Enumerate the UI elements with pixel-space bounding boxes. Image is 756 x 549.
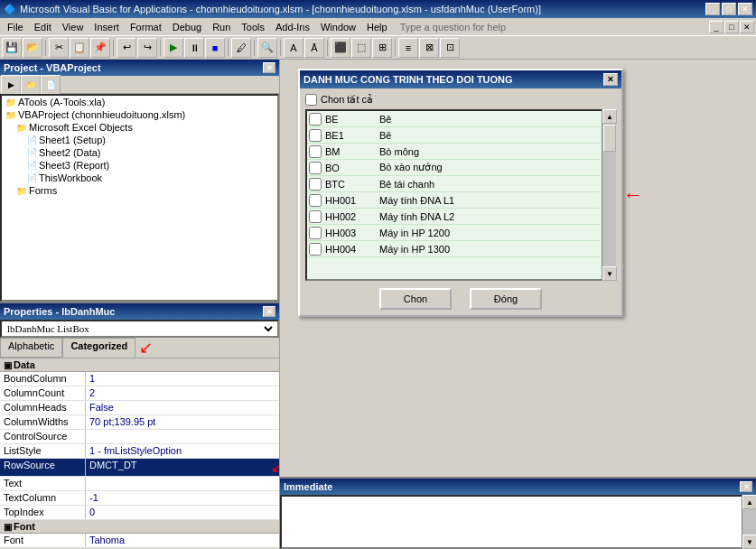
list-item-hh002[interactable]: HH002 Máy tính ĐNA L2	[307, 209, 600, 225]
prop-val-controlsource[interactable]	[86, 430, 279, 443]
menu-run[interactable]: Run	[207, 20, 236, 34]
help-search-box[interactable]: Type a question for help	[393, 22, 709, 33]
project-panel-close[interactable]: ✕	[263, 62, 275, 73]
scroll-thumb[interactable]	[603, 125, 616, 152]
tree-item-atools[interactable]: 📁 ATools (A-Tools.xla)	[2, 96, 277, 108]
project-tree[interactable]: 📁 ATools (A-Tools.xla) 📁 VBAProject (cho…	[0, 94, 279, 302]
tree-item-sheet3[interactable]: 📄 Sheet3 (Report)	[2, 159, 277, 172]
tb-cut[interactable]: ✂	[49, 38, 69, 58]
check-all-checkbox[interactable]	[305, 94, 317, 106]
scroll-up-btn[interactable]: ▲	[602, 109, 617, 124]
prop-val-font[interactable]: Tahoma	[86, 534, 279, 547]
list-item-hh001[interactable]: HH001 Máy tính ĐNA L1	[307, 192, 600, 209]
tb-copy[interactable]: 📋	[70, 38, 89, 58]
close-btn-2[interactable]: ✕	[740, 21, 754, 33]
checkbox-be[interactable]	[309, 113, 322, 126]
checkbox-hh004[interactable]	[309, 243, 322, 256]
scroll-down-btn[interactable]: ▼	[602, 266, 617, 281]
tb-open[interactable]: 📂	[23, 38, 42, 58]
tb-pause[interactable]: ⏸	[184, 38, 204, 58]
list-item-bo[interactable]: BO Bò xào nướng	[307, 160, 600, 176]
list-item-bm[interactable]: BM Bò mông	[307, 144, 600, 160]
properties-object[interactable]: lbDanhMuc ListBox	[0, 320, 279, 338]
menu-view[interactable]: View	[57, 20, 89, 34]
checkbox-bm[interactable]	[309, 145, 322, 158]
tb-a1[interactable]: A	[284, 38, 303, 58]
menu-debug[interactable]: Debug	[167, 20, 207, 34]
immediate-close-btn[interactable]: ✕	[740, 481, 752, 492]
tab-categorized[interactable]: Categorized	[62, 338, 135, 358]
dialog-listbox[interactable]: BE Bê BE1 Bê BM Bò mông	[305, 109, 616, 281]
checkbox-btc[interactable]	[309, 178, 322, 191]
list-item-be[interactable]: BE Bê	[307, 111, 600, 127]
tb-obj1[interactable]: ⬛	[331, 38, 350, 58]
list-item-hh004[interactable]: HH004 Máy in HP 1300	[307, 241, 600, 257]
checkbox-hh002[interactable]	[309, 210, 322, 223]
tb-undo[interactable]: ↩	[117, 38, 136, 58]
prop-val-columnheads[interactable]: False	[86, 401, 279, 414]
prop-val-rowsource[interactable]: DMCT_DT	[86, 459, 267, 476]
maximize-button[interactable]: □	[722, 3, 736, 15]
imm-scroll-up[interactable]: ▲	[742, 495, 756, 509]
immediate-content[interactable]	[280, 495, 756, 549]
tb-obj3[interactable]: ⊞	[372, 38, 392, 58]
list-item-hh003[interactable]: HH003 Máy in HP 1200	[307, 225, 600, 241]
tree-item-sheet1[interactable]: 📄 Sheet1 (Setup)	[2, 134, 277, 146]
properties-close-btn[interactable]: ✕	[263, 306, 275, 317]
tb-a2[interactable]: Ā	[304, 38, 324, 58]
restore-btn-2[interactable]: □	[724, 21, 739, 33]
tb-save[interactable]: 💾	[2, 38, 22, 58]
tb-obj2[interactable]: ⬚	[351, 38, 371, 58]
checkbox-bo[interactable]	[309, 162, 322, 174]
checkbox-hh001[interactable]	[309, 194, 322, 207]
close-window-button[interactable]: ✕	[738, 3, 752, 15]
prop-val-topindex[interactable]: 0	[86, 506, 279, 519]
tree-item-excel-objects[interactable]: 📁 Microsoft Excel Objects	[2, 121, 277, 134]
tb-paste[interactable]: 📌	[90, 38, 110, 58]
prop-val-textcolumn[interactable]: -1	[86, 491, 279, 505]
menu-insert[interactable]: Insert	[89, 20, 125, 34]
tree-item-thisworkbook[interactable]: 📄 ThisWorkbook	[2, 172, 277, 184]
list-item-btc[interactable]: BTC Bê tái chanh	[307, 176, 600, 192]
listbox-scrollbar[interactable]: ▲ ▼	[602, 109, 616, 281]
prop-val-columncount[interactable]: 2	[86, 386, 279, 400]
tb-run[interactable]: ▶	[163, 38, 183, 58]
prop-val-text[interactable]	[86, 477, 279, 490]
menu-edit[interactable]: Edit	[29, 20, 57, 34]
tab-alphabetic[interactable]: Alphabetic	[0, 338, 62, 358]
minimize-btn-2[interactable]: _	[709, 21, 723, 33]
menu-window[interactable]: Window	[315, 20, 361, 34]
prop-val-boundcolumn[interactable]: 1	[86, 372, 279, 386]
immediate-close-icon[interactable]: ✕	[740, 481, 752, 492]
tb-redo[interactable]: ↪	[137, 38, 157, 58]
tree-item-sheet2[interactable]: 📄 Sheet2 (Data)	[2, 146, 277, 159]
imm-scroll-down[interactable]: ▼	[742, 535, 756, 549]
tb-stop[interactable]: ■	[205, 38, 225, 58]
menu-addins[interactable]: Add-Ins	[270, 20, 315, 34]
section-collapse-icon[interactable]: ▣	[4, 360, 12, 370]
menu-help[interactable]: Help	[361, 20, 393, 34]
proj-tb-folder[interactable]: 📁	[21, 75, 41, 95]
prop-val-columnwidths[interactable]: 70 pt;139.95 pt	[86, 415, 279, 429]
dialog-close-button[interactable]: ✕	[603, 73, 618, 86]
checkbox-be1[interactable]	[309, 129, 322, 142]
immediate-scrollbar[interactable]: ▲ ▼	[742, 495, 756, 549]
tb-form[interactable]: 🖊	[231, 38, 251, 58]
tb-misc2[interactable]: ⊠	[419, 38, 439, 58]
prop-val-liststyle[interactable]: 1 - fmListStyleOption	[86, 444, 279, 458]
chon-button[interactable]: Chon	[379, 288, 452, 310]
dong-button[interactable]: Đóng	[470, 288, 542, 310]
menu-format[interactable]: Format	[125, 20, 167, 34]
menu-file[interactable]: File	[2, 20, 29, 34]
section-font-collapse[interactable]: ▣	[4, 522, 12, 532]
imm-scroll-track[interactable]	[742, 509, 756, 535]
minimize-button[interactable]: _	[705, 3, 720, 15]
tree-item-forms[interactable]: 📁 Forms	[2, 184, 277, 197]
tb-misc1[interactable]: ≡	[398, 38, 418, 58]
tree-item-vbaproject[interactable]: 📁 VBAProject (chonnhieudoituong.xlsm)	[2, 108, 277, 121]
proj-tb-doc[interactable]: 📄	[41, 75, 61, 95]
proj-tb-view[interactable]: ▶	[1, 75, 21, 95]
scroll-track[interactable]	[602, 124, 616, 266]
properties-object-select[interactable]: lbDanhMuc ListBox	[4, 322, 275, 335]
checkbox-hh003[interactable]	[309, 227, 322, 239]
